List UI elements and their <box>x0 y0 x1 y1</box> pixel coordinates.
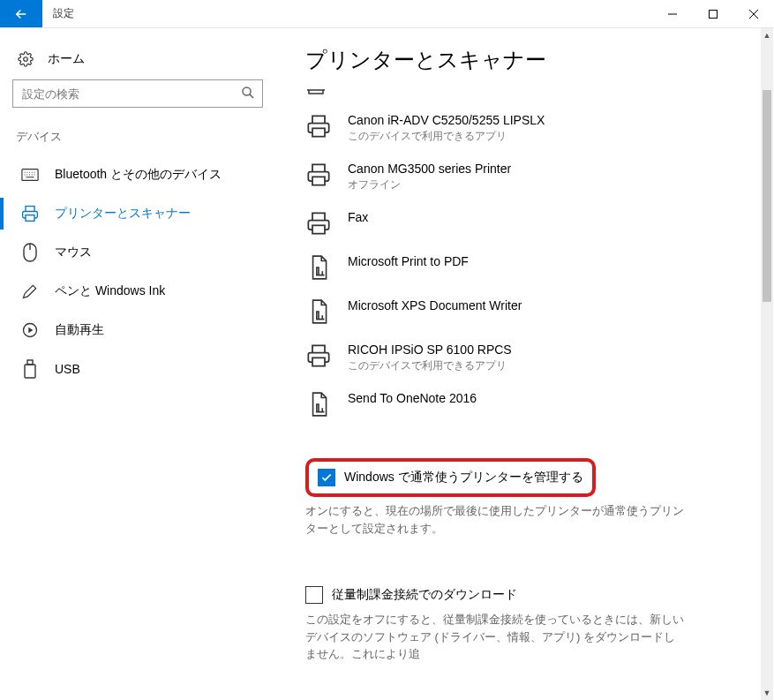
printer-icon <box>305 298 332 325</box>
usb-icon <box>24 359 36 379</box>
sidebar-item-pen[interactable]: ペンと Windows Ink <box>12 272 268 311</box>
minimize-icon <box>668 10 677 19</box>
close-icon <box>749 10 758 19</box>
printer-name: Canon iR-ADV C5250/5255 LIPSLX <box>348 113 545 127</box>
sidebar-home-label: ホーム <box>48 51 85 67</box>
pen-icon <box>21 282 39 300</box>
search-box[interactable] <box>12 79 263 108</box>
option-label: 従量制課金接続でのダウンロード <box>332 587 517 603</box>
sidebar-item-printers[interactable]: プリンターとスキャナー <box>12 194 268 233</box>
sidebar-item-label: Bluetooth とその他のデバイス <box>55 167 222 183</box>
svg-rect-8 <box>25 365 35 378</box>
printer-list: Canon iR-ADV C5250/5255 LIPSLXこのデバイスで利用で… <box>305 104 753 426</box>
option-metered-download: 従量制課金接続でのダウンロード この設定をオフにすると、従量制課金接続を使ってい… <box>305 584 753 663</box>
printer-name: RICOH IPSiO SP 6100 RPCS <box>348 342 512 357</box>
printer-icon <box>305 342 332 369</box>
printer-item[interactable]: Microsoft Print to PDF <box>305 245 753 290</box>
option-description: オンにすると、現在の場所で最後に使用したプリンターが通常使うプリンターとして設定… <box>305 502 685 537</box>
sidebar-item-bluetooth[interactable]: Bluetooth とその他のデバイス <box>12 155 268 194</box>
svg-rect-12 <box>312 358 325 365</box>
printer-name: Fax <box>348 210 368 224</box>
printer-icon <box>305 113 332 139</box>
svg-rect-4 <box>26 215 34 222</box>
sidebar-item-autoplay[interactable]: 自動再生 <box>12 311 268 350</box>
svg-rect-7 <box>27 360 33 365</box>
check-icon <box>320 471 333 484</box>
printer-item[interactable]: Fax <box>305 201 753 245</box>
printer-item[interactable]: Canon MG3500 series Printerオフライン <box>305 153 753 201</box>
back-button[interactable] <box>0 0 42 27</box>
maximize-button[interactable] <box>693 0 733 27</box>
printer-status: オフライン <box>348 177 511 192</box>
printer-item[interactable]: Microsoft XPS Document Writer <box>305 290 753 334</box>
printer-item[interactable]: Send To OneNote 2016 <box>305 382 753 426</box>
printer-status: このデバイスで利用できるアプリ <box>348 129 545 144</box>
svg-point-1 <box>24 57 28 62</box>
sidebar-item-usb[interactable]: USB <box>12 350 268 388</box>
mouse-icon <box>23 243 37 262</box>
sidebar: ホーム デバイス Bluetooth とその他のデバイス プリンターとスキャナー… <box>0 28 274 700</box>
search-input[interactable] <box>12 79 263 108</box>
main-panel: プリンターとスキャナー Canon iR-ADV C5250/5255 LIPS… <box>274 28 774 700</box>
cutoff-item-icon <box>305 83 753 99</box>
printer-icon <box>305 391 332 418</box>
checkbox-unchecked[interactable] <box>305 586 323 604</box>
titlebar: 設定 <box>0 0 774 28</box>
gear-icon <box>18 51 34 67</box>
keyboard-icon <box>21 168 39 182</box>
sidebar-home[interactable]: ホーム <box>12 44 268 79</box>
printer-icon <box>305 210 332 237</box>
scroll-down-arrow[interactable]: ▼ <box>761 686 773 700</box>
printer-icon <box>305 162 332 188</box>
printer-item[interactable]: RICOH IPSiO SP 6100 RPCSこのデバイスで利用できるアプリ <box>305 334 753 382</box>
highlighted-checkbox-row[interactable]: Windows で通常使うプリンターを管理する <box>305 458 596 497</box>
scroll-thumb[interactable] <box>763 90 771 302</box>
svg-rect-0 <box>710 10 718 18</box>
sidebar-item-mouse[interactable]: マウス <box>12 233 268 272</box>
printer-item[interactable]: Canon iR-ADV C5250/5255 LIPSLXこのデバイスで利用で… <box>305 104 753 153</box>
option-label: Windows で通常使うプリンターを管理する <box>344 470 583 485</box>
option-description: この設定をオフにすると、従量制課金接続を使っているときには、新しいデバイスのソフ… <box>305 611 685 663</box>
svg-rect-10 <box>312 177 325 184</box>
page-title: プリンターとスキャナー <box>305 46 753 74</box>
svg-rect-9 <box>312 128 325 136</box>
vertical-scrollbar[interactable]: ▲ ▼ <box>761 28 773 700</box>
checkbox-checked[interactable] <box>318 469 335 486</box>
printer-status: このデバイスで利用できるアプリ <box>348 358 512 373</box>
checkbox-row[interactable]: 従量制課金接続でのダウンロード <box>305 584 753 606</box>
scroll-up-arrow[interactable]: ▲ <box>761 28 773 42</box>
svg-point-2 <box>243 87 251 95</box>
window-title: 設定 <box>42 0 652 27</box>
printer-name: Microsoft Print to PDF <box>348 254 469 268</box>
printer-name: Send To OneNote 2016 <box>348 391 477 405</box>
sidebar-item-label: ペンと Windows Ink <box>55 283 165 299</box>
printer-icon <box>305 254 332 281</box>
option-default-printer: Windows で通常使うプリンターを管理する オンにすると、現在の場所で最後に… <box>305 458 753 537</box>
close-button[interactable] <box>733 0 774 27</box>
sidebar-section-title: デバイス <box>12 129 268 155</box>
maximize-icon <box>709 10 718 19</box>
sidebar-item-label: USB <box>55 362 80 376</box>
sidebar-item-label: マウス <box>55 245 92 260</box>
sidebar-item-label: プリンターとスキャナー <box>55 206 191 222</box>
minimize-button[interactable] <box>652 0 693 27</box>
printer-icon <box>21 205 39 222</box>
search-icon <box>240 85 256 101</box>
printer-name: Canon MG3500 series Printer <box>348 162 511 176</box>
sidebar-item-label: 自動再生 <box>55 322 104 338</box>
printer-name: Microsoft XPS Document Writer <box>348 298 522 312</box>
arrow-left-icon <box>13 6 29 22</box>
svg-rect-11 <box>312 225 325 233</box>
autoplay-icon <box>21 321 39 339</box>
